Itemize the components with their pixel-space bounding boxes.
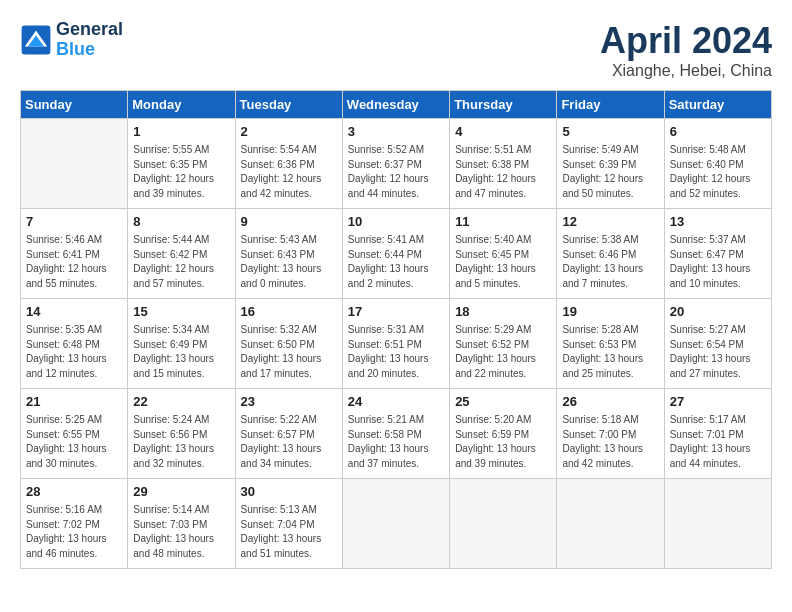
day-info: Sunrise: 5:54 AMSunset: 6:36 PMDaylight:… [241, 143, 337, 201]
day-number: 29 [133, 483, 229, 501]
day-number: 15 [133, 303, 229, 321]
page-header: General Blue April 2024 Xianghe, Hebei, … [20, 20, 772, 80]
day-number: 24 [348, 393, 444, 411]
title-section: April 2024 Xianghe, Hebei, China [600, 20, 772, 80]
day-number: 28 [26, 483, 122, 501]
calendar-day-cell: 6Sunrise: 5:48 AMSunset: 6:40 PMDaylight… [664, 119, 771, 209]
day-info: Sunrise: 5:32 AMSunset: 6:50 PMDaylight:… [241, 323, 337, 381]
day-number: 27 [670, 393, 766, 411]
day-info: Sunrise: 5:34 AMSunset: 6:49 PMDaylight:… [133, 323, 229, 381]
day-number: 22 [133, 393, 229, 411]
calendar-day-cell: 15Sunrise: 5:34 AMSunset: 6:49 PMDayligh… [128, 299, 235, 389]
day-number: 18 [455, 303, 551, 321]
logo: General Blue [20, 20, 123, 60]
day-info: Sunrise: 5:44 AMSunset: 6:42 PMDaylight:… [133, 233, 229, 291]
day-info: Sunrise: 5:25 AMSunset: 6:55 PMDaylight:… [26, 413, 122, 471]
weekday-header: Thursday [450, 91, 557, 119]
day-info: Sunrise: 5:35 AMSunset: 6:48 PMDaylight:… [26, 323, 122, 381]
day-info: Sunrise: 5:17 AMSunset: 7:01 PMDaylight:… [670, 413, 766, 471]
calendar-day-cell: 9Sunrise: 5:43 AMSunset: 6:43 PMDaylight… [235, 209, 342, 299]
weekday-header: Monday [128, 91, 235, 119]
logo-icon [20, 24, 52, 56]
day-info: Sunrise: 5:49 AMSunset: 6:39 PMDaylight:… [562, 143, 658, 201]
day-info: Sunrise: 5:31 AMSunset: 6:51 PMDaylight:… [348, 323, 444, 381]
day-info: Sunrise: 5:14 AMSunset: 7:03 PMDaylight:… [133, 503, 229, 561]
day-number: 6 [670, 123, 766, 141]
day-number: 3 [348, 123, 444, 141]
day-number: 25 [455, 393, 551, 411]
calendar-week-row: 14Sunrise: 5:35 AMSunset: 6:48 PMDayligh… [21, 299, 772, 389]
calendar-day-cell: 24Sunrise: 5:21 AMSunset: 6:58 PMDayligh… [342, 389, 449, 479]
calendar-subtitle: Xianghe, Hebei, China [600, 62, 772, 80]
calendar-day-cell: 8Sunrise: 5:44 AMSunset: 6:42 PMDaylight… [128, 209, 235, 299]
calendar-day-cell: 11Sunrise: 5:40 AMSunset: 6:45 PMDayligh… [450, 209, 557, 299]
calendar-day-cell [557, 479, 664, 569]
day-number: 23 [241, 393, 337, 411]
day-number: 11 [455, 213, 551, 231]
day-info: Sunrise: 5:28 AMSunset: 6:53 PMDaylight:… [562, 323, 658, 381]
day-number: 21 [26, 393, 122, 411]
day-info: Sunrise: 5:38 AMSunset: 6:46 PMDaylight:… [562, 233, 658, 291]
day-number: 9 [241, 213, 337, 231]
day-info: Sunrise: 5:41 AMSunset: 6:44 PMDaylight:… [348, 233, 444, 291]
calendar-day-cell: 27Sunrise: 5:17 AMSunset: 7:01 PMDayligh… [664, 389, 771, 479]
day-info: Sunrise: 5:24 AMSunset: 6:56 PMDaylight:… [133, 413, 229, 471]
day-info: Sunrise: 5:27 AMSunset: 6:54 PMDaylight:… [670, 323, 766, 381]
day-info: Sunrise: 5:48 AMSunset: 6:40 PMDaylight:… [670, 143, 766, 201]
day-number: 7 [26, 213, 122, 231]
weekday-header: Sunday [21, 91, 128, 119]
calendar-week-row: 7Sunrise: 5:46 AMSunset: 6:41 PMDaylight… [21, 209, 772, 299]
day-number: 4 [455, 123, 551, 141]
day-number: 10 [348, 213, 444, 231]
calendar-day-cell: 16Sunrise: 5:32 AMSunset: 6:50 PMDayligh… [235, 299, 342, 389]
day-number: 5 [562, 123, 658, 141]
day-number: 16 [241, 303, 337, 321]
day-info: Sunrise: 5:55 AMSunset: 6:35 PMDaylight:… [133, 143, 229, 201]
day-info: Sunrise: 5:22 AMSunset: 6:57 PMDaylight:… [241, 413, 337, 471]
calendar-week-row: 21Sunrise: 5:25 AMSunset: 6:55 PMDayligh… [21, 389, 772, 479]
calendar-day-cell: 4Sunrise: 5:51 AMSunset: 6:38 PMDaylight… [450, 119, 557, 209]
calendar-day-cell: 5Sunrise: 5:49 AMSunset: 6:39 PMDaylight… [557, 119, 664, 209]
calendar-day-cell: 23Sunrise: 5:22 AMSunset: 6:57 PMDayligh… [235, 389, 342, 479]
day-number: 19 [562, 303, 658, 321]
calendar-day-cell [21, 119, 128, 209]
day-number: 1 [133, 123, 229, 141]
calendar-day-cell: 25Sunrise: 5:20 AMSunset: 6:59 PMDayligh… [450, 389, 557, 479]
calendar-day-cell: 14Sunrise: 5:35 AMSunset: 6:48 PMDayligh… [21, 299, 128, 389]
day-number: 20 [670, 303, 766, 321]
weekday-header-row: SundayMondayTuesdayWednesdayThursdayFrid… [21, 91, 772, 119]
day-info: Sunrise: 5:40 AMSunset: 6:45 PMDaylight:… [455, 233, 551, 291]
day-info: Sunrise: 5:13 AMSunset: 7:04 PMDaylight:… [241, 503, 337, 561]
calendar-day-cell: 10Sunrise: 5:41 AMSunset: 6:44 PMDayligh… [342, 209, 449, 299]
calendar-day-cell: 17Sunrise: 5:31 AMSunset: 6:51 PMDayligh… [342, 299, 449, 389]
day-info: Sunrise: 5:20 AMSunset: 6:59 PMDaylight:… [455, 413, 551, 471]
day-info: Sunrise: 5:37 AMSunset: 6:47 PMDaylight:… [670, 233, 766, 291]
weekday-header: Tuesday [235, 91, 342, 119]
calendar-week-row: 1Sunrise: 5:55 AMSunset: 6:35 PMDaylight… [21, 119, 772, 209]
day-number: 26 [562, 393, 658, 411]
day-info: Sunrise: 5:18 AMSunset: 7:00 PMDaylight:… [562, 413, 658, 471]
calendar-day-cell: 26Sunrise: 5:18 AMSunset: 7:00 PMDayligh… [557, 389, 664, 479]
weekday-header: Saturday [664, 91, 771, 119]
calendar-day-cell: 3Sunrise: 5:52 AMSunset: 6:37 PMDaylight… [342, 119, 449, 209]
day-number: 14 [26, 303, 122, 321]
day-info: Sunrise: 5:52 AMSunset: 6:37 PMDaylight:… [348, 143, 444, 201]
calendar-day-cell: 19Sunrise: 5:28 AMSunset: 6:53 PMDayligh… [557, 299, 664, 389]
calendar-day-cell: 28Sunrise: 5:16 AMSunset: 7:02 PMDayligh… [21, 479, 128, 569]
day-number: 8 [133, 213, 229, 231]
calendar-table: SundayMondayTuesdayWednesdayThursdayFrid… [20, 90, 772, 569]
calendar-day-cell: 12Sunrise: 5:38 AMSunset: 6:46 PMDayligh… [557, 209, 664, 299]
day-number: 30 [241, 483, 337, 501]
calendar-day-cell: 1Sunrise: 5:55 AMSunset: 6:35 PMDaylight… [128, 119, 235, 209]
day-info: Sunrise: 5:43 AMSunset: 6:43 PMDaylight:… [241, 233, 337, 291]
calendar-day-cell: 21Sunrise: 5:25 AMSunset: 6:55 PMDayligh… [21, 389, 128, 479]
calendar-day-cell: 30Sunrise: 5:13 AMSunset: 7:04 PMDayligh… [235, 479, 342, 569]
day-info: Sunrise: 5:21 AMSunset: 6:58 PMDaylight:… [348, 413, 444, 471]
day-info: Sunrise: 5:16 AMSunset: 7:02 PMDaylight:… [26, 503, 122, 561]
weekday-header: Wednesday [342, 91, 449, 119]
calendar-week-row: 28Sunrise: 5:16 AMSunset: 7:02 PMDayligh… [21, 479, 772, 569]
weekday-header: Friday [557, 91, 664, 119]
day-info: Sunrise: 5:29 AMSunset: 6:52 PMDaylight:… [455, 323, 551, 381]
calendar-day-cell: 13Sunrise: 5:37 AMSunset: 6:47 PMDayligh… [664, 209, 771, 299]
calendar-day-cell: 2Sunrise: 5:54 AMSunset: 6:36 PMDaylight… [235, 119, 342, 209]
